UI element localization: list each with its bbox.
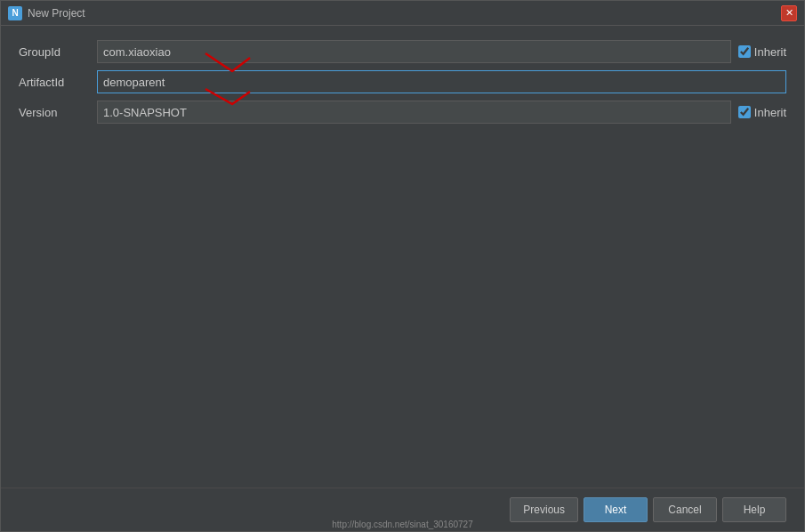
cancel-button[interactable]: Cancel [653, 497, 717, 522]
next-button[interactable]: Next [584, 497, 648, 522]
version-inherit-checkbox[interactable] [738, 106, 751, 118]
group-id-row: GroupId Inherit [19, 40, 786, 63]
footer-url: http://blog.csdn.net/sinat_30160727 [332, 520, 472, 529]
previous-button[interactable]: Previous [510, 497, 578, 522]
version-label: Version [19, 106, 90, 119]
version-input[interactable] [97, 101, 731, 124]
artifact-id-label: ArtifactId [19, 76, 90, 89]
version-inherit-group: Inherit [738, 106, 786, 119]
group-id-inherit-group: Inherit [738, 45, 786, 59]
close-button[interactable]: ✕ [781, 5, 797, 21]
new-project-window: N New Project ✕ GroupId Inherit [0, 0, 805, 532]
group-id-label: GroupId [19, 45, 90, 59]
form-section: GroupId Inherit ArtifactId Version Inher… [19, 40, 786, 124]
title-bar-left: N New Project [8, 6, 85, 20]
group-id-inherit-label: Inherit [754, 45, 786, 59]
dialog-content: GroupId Inherit ArtifactId Version Inher… [1, 26, 804, 488]
dialog-footer: Previous Next Cancel Help http://blog.cs… [1, 488, 804, 531]
window-title: New Project [28, 7, 85, 20]
group-id-inherit-checkbox[interactable] [738, 45, 751, 58]
group-id-input[interactable] [97, 40, 731, 63]
artifact-id-row: ArtifactId [19, 70, 786, 93]
version-row: Version Inherit [19, 101, 786, 124]
version-inherit-label: Inherit [754, 106, 786, 119]
window-icon: N [8, 6, 22, 20]
help-button[interactable]: Help [722, 497, 786, 522]
title-bar: N New Project ✕ [1, 1, 804, 26]
artifact-id-input[interactable] [97, 70, 786, 93]
